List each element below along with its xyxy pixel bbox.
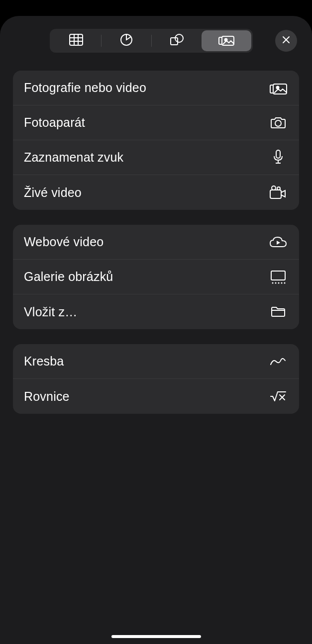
video-camera-icon xyxy=(268,183,288,202)
svg-point-13 xyxy=(277,86,279,89)
row-record-audio[interactable]: Zaznamenat zvuk xyxy=(13,140,299,175)
row-camera[interactable]: Fotoaparát xyxy=(13,105,299,140)
svg-rect-0 xyxy=(70,34,83,45)
row-insert-from[interactable]: Vložit z… xyxy=(13,294,299,329)
group-import: Webové video Galerie obrázků xyxy=(13,225,299,329)
tab-table[interactable] xyxy=(51,30,101,51)
row-label: Webové video xyxy=(24,235,104,249)
row-photo-or-video[interactable]: Fotografie nebo video xyxy=(13,71,299,105)
svg-point-24 xyxy=(278,282,280,283)
gallery-icon xyxy=(268,267,288,287)
row-equation[interactable]: Rovnice xyxy=(13,379,299,414)
row-label: Fotoaparát xyxy=(24,115,85,130)
content: Fotografie nebo video Fotoaparát xyxy=(0,56,312,414)
media-icon xyxy=(218,33,235,48)
svg-point-23 xyxy=(275,282,277,283)
row-label: Zaznamenat zvuk xyxy=(24,150,123,165)
microphone-icon xyxy=(268,148,288,168)
svg-rect-18 xyxy=(270,190,281,198)
tab-shape[interactable] xyxy=(152,30,202,51)
table-icon xyxy=(69,33,84,48)
svg-point-26 xyxy=(284,282,286,283)
row-label: Kresba xyxy=(24,354,64,368)
group-create: Kresba Rovnice xyxy=(13,344,299,414)
row-image-gallery[interactable]: Galerie obrázků xyxy=(13,260,299,294)
folder-icon xyxy=(268,302,288,322)
group-capture: Fotografie nebo video Fotoaparát xyxy=(13,71,299,210)
scribble-icon xyxy=(268,352,288,371)
photos-icon xyxy=(268,78,288,98)
svg-point-25 xyxy=(281,282,283,283)
close-button[interactable] xyxy=(275,30,297,52)
row-label: Živé video xyxy=(24,185,82,200)
shapes-icon xyxy=(169,33,184,48)
home-indicator xyxy=(111,635,201,638)
row-label: Vložit z… xyxy=(24,305,77,319)
insert-sheet: Fotografie nebo video Fotoaparát xyxy=(0,16,312,644)
row-label: Fotografie nebo video xyxy=(24,81,146,95)
category-segmented-control xyxy=(50,29,253,53)
row-label: Galerie obrázků xyxy=(24,270,113,284)
svg-point-14 xyxy=(275,120,281,126)
tab-media[interactable] xyxy=(202,30,251,51)
svg-point-19 xyxy=(272,186,276,190)
row-drawing[interactable]: Kresba xyxy=(13,344,299,379)
close-icon xyxy=(281,35,291,47)
row-label: Rovnice xyxy=(24,389,70,404)
cloud-play-icon xyxy=(268,232,288,252)
row-live-video[interactable]: Živé video xyxy=(13,175,299,210)
svg-point-22 xyxy=(272,282,274,283)
tab-chart[interactable] xyxy=(102,30,151,51)
svg-point-20 xyxy=(277,187,280,190)
svg-rect-15 xyxy=(276,150,280,158)
row-web-video[interactable]: Webové video xyxy=(13,225,299,260)
toolbar xyxy=(0,16,312,56)
camera-icon xyxy=(268,113,288,133)
equation-icon xyxy=(268,386,288,406)
pie-chart-icon xyxy=(119,33,133,49)
svg-rect-21 xyxy=(271,271,285,280)
